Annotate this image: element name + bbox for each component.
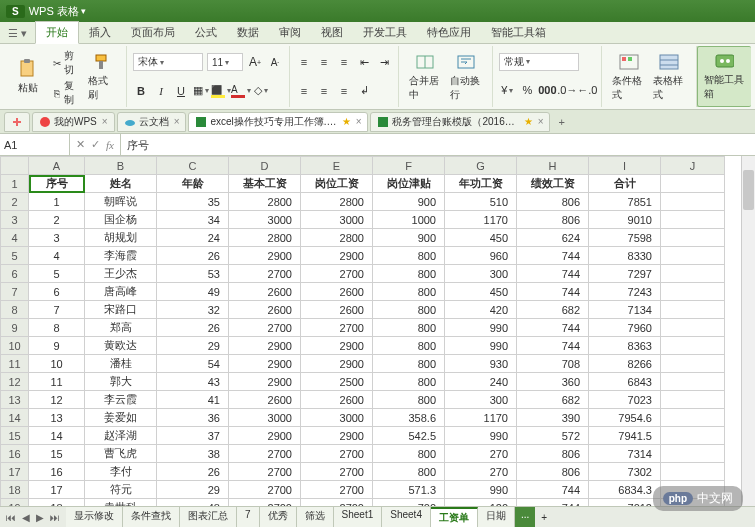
close-icon[interactable]: × <box>356 116 362 127</box>
cell[interactable]: 9010 <box>589 211 661 229</box>
cell[interactable]: 744 <box>517 499 589 507</box>
cell[interactable]: 2700 <box>301 499 373 507</box>
cell[interactable]: 744 <box>517 337 589 355</box>
cell[interactable] <box>661 211 725 229</box>
cell[interactable]: 17 <box>29 481 85 499</box>
cell[interactable]: 2800 <box>229 229 301 247</box>
cell[interactable] <box>661 247 725 265</box>
cell[interactable] <box>661 373 725 391</box>
cell[interactable]: 3000 <box>301 409 373 427</box>
cell[interactable]: 240 <box>445 373 517 391</box>
cell[interactable]: 708 <box>517 355 589 373</box>
row-header[interactable]: 15 <box>1 427 29 445</box>
cell[interactable]: 年功工资 <box>445 175 517 193</box>
cell[interactable]: 800 <box>373 391 445 409</box>
column-header[interactable]: I <box>589 157 661 175</box>
ribbon-tab-layout[interactable]: 页面布局 <box>121 22 185 43</box>
ribbon-tab-view[interactable]: 视图 <box>311 22 353 43</box>
cell[interactable]: 960 <box>445 247 517 265</box>
column-header[interactable]: D <box>229 157 301 175</box>
cell[interactable]: 8266 <box>589 355 661 373</box>
close-icon[interactable]: × <box>538 116 544 127</box>
cell[interactable]: 744 <box>517 481 589 499</box>
document-tab[interactable]: 税务管理台账模版（2016）(1).xlsx★× <box>370 112 550 132</box>
name-box[interactable]: A1 <box>0 134 70 155</box>
row-header[interactable]: 16 <box>1 445 29 463</box>
cell[interactable]: 510 <box>445 193 517 211</box>
sheet-tab[interactable]: 筛选 <box>297 507 334 527</box>
cell[interactable]: 6834.3 <box>589 481 661 499</box>
fill-color-button[interactable]: ⬛▾ <box>213 83 229 99</box>
cell[interactable]: 3000 <box>301 211 373 229</box>
cell[interactable]: 7941.5 <box>589 427 661 445</box>
sheet-tab[interactable]: 显示修改 <box>66 507 123 527</box>
cell[interactable]: 2600 <box>301 301 373 319</box>
smart-tools-button[interactable]: 智能工具箱 <box>700 49 749 103</box>
title-dropdown-icon[interactable]: ▾ <box>81 6 86 16</box>
cell[interactable]: 682 <box>517 301 589 319</box>
accept-formula-icon[interactable]: ✓ <box>91 138 100 151</box>
cell[interactable]: 8363 <box>589 337 661 355</box>
cell[interactable] <box>661 445 725 463</box>
sheet-prev-icon[interactable]: ◀ <box>20 512 32 523</box>
number-format-select[interactable]: 常规▾ <box>499 53 579 71</box>
cell[interactable]: 2800 <box>229 193 301 211</box>
cell[interactable]: 国企杨 <box>85 211 157 229</box>
cell[interactable]: 15 <box>29 445 85 463</box>
cell[interactable]: 2700 <box>301 463 373 481</box>
cell[interactable]: 2800 <box>301 193 373 211</box>
cell[interactable]: 41 <box>157 391 229 409</box>
row-header[interactable]: 13 <box>1 391 29 409</box>
cell[interactable]: 姜爱如 <box>85 409 157 427</box>
sheet-tab[interactable]: 日期 <box>478 507 515 527</box>
cell[interactable]: 2600 <box>229 301 301 319</box>
sheet-last-icon[interactable]: ⏭ <box>48 512 62 523</box>
sheet-tab[interactable]: Sheet4 <box>382 507 431 527</box>
cell[interactable]: 800 <box>373 301 445 319</box>
cell[interactable]: 2700 <box>229 319 301 337</box>
spreadsheet-grid[interactable]: ABCDEFGHIJ1序号姓名年龄基本工资岗位工资岗位津贴年功工资绩效工资合计2… <box>0 156 755 506</box>
cell[interactable]: 胡规划 <box>85 229 157 247</box>
cell[interactable]: 990 <box>445 319 517 337</box>
cell[interactable]: 744 <box>517 247 589 265</box>
select-all-corner[interactable] <box>1 157 29 175</box>
cell[interactable]: 49 <box>157 283 229 301</box>
cell[interactable] <box>661 265 725 283</box>
cell[interactable]: 7960 <box>589 319 661 337</box>
cell[interactable]: 2700 <box>301 319 373 337</box>
cell[interactable]: 1000 <box>373 211 445 229</box>
cell[interactable]: 43 <box>157 373 229 391</box>
cell[interactable]: 360 <box>517 373 589 391</box>
cell[interactable]: 2700 <box>229 463 301 481</box>
cell[interactable]: 990 <box>445 481 517 499</box>
style-button[interactable]: ◇▾ <box>253 83 269 99</box>
cell[interactable]: 38 <box>157 445 229 463</box>
cell[interactable]: 16 <box>29 463 85 481</box>
row-header[interactable]: 17 <box>1 463 29 481</box>
cell[interactable]: 6 <box>29 283 85 301</box>
cell[interactable]: 姓名 <box>85 175 157 193</box>
close-icon[interactable]: × <box>174 116 180 127</box>
cell[interactable]: 赵泽湖 <box>85 427 157 445</box>
cell[interactable]: 7 <box>29 301 85 319</box>
cell[interactable]: 宋路口 <box>85 301 157 319</box>
cell[interactable]: 800 <box>373 355 445 373</box>
document-tab[interactable]: 我的WPS× <box>32 112 115 132</box>
cell[interactable]: 4 <box>29 247 85 265</box>
cell[interactable]: 1 <box>29 193 85 211</box>
column-header[interactable]: J <box>661 157 725 175</box>
cell[interactable]: 曹飞虎 <box>85 445 157 463</box>
cell[interactable]: 390 <box>517 409 589 427</box>
formula-value[interactable]: 序号 <box>121 140 755 150</box>
underline-button[interactable]: U <box>173 83 189 99</box>
cell[interactable]: 800 <box>373 373 445 391</box>
row-header[interactable]: 18 <box>1 481 29 499</box>
row-header[interactable]: 3 <box>1 211 29 229</box>
cell[interactable]: 2600 <box>301 283 373 301</box>
percent-button[interactable]: % <box>519 82 535 98</box>
cell[interactable]: 2500 <box>301 373 373 391</box>
cell[interactable]: 806 <box>517 463 589 481</box>
cell[interactable]: 合计 <box>589 175 661 193</box>
cell[interactable]: 9 <box>29 337 85 355</box>
font-name-select[interactable]: 宋体▾ <box>133 53 203 71</box>
